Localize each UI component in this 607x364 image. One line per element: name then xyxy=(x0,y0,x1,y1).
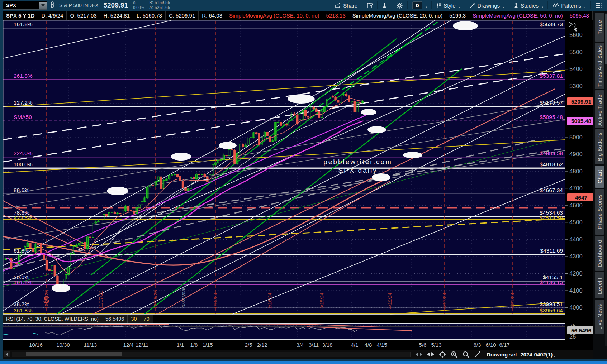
zoom-in-button[interactable] xyxy=(451,351,457,358)
sidebar-tab-times-and-sales[interactable]: Times And Sales xyxy=(595,43,604,89)
timeframe-button[interactable]: D xyxy=(409,0,430,11)
price-axis[interactable]: 5600550054005300500049004800470046004500… xyxy=(565,32,596,311)
svg-text:61.8%: 61.8% xyxy=(14,248,29,254)
rsi-header-bar: RSI (14, 70, 30, CLOSE, WILDERS, no) 56.… xyxy=(3,315,596,323)
x-axis-label: 4/15 xyxy=(369,342,394,348)
bid-ask-stack: B: 5159.55 A: 5261.65 xyxy=(149,0,170,10)
bid-value: B: 5159.55 xyxy=(149,0,170,5)
symbol-dropdown-button[interactable] xyxy=(39,2,47,9)
ask-value: A: 5261.65 xyxy=(149,5,170,10)
window-bottom-accent xyxy=(0,361,607,364)
svg-text:$4883.58: $4883.58 xyxy=(540,150,563,156)
ohlc-cell: L: 5160.78 xyxy=(133,11,166,20)
trendline-tool-icon xyxy=(474,351,481,358)
settings-button[interactable] xyxy=(393,0,406,11)
svg-text:361.8%: 361.8% xyxy=(14,307,33,313)
svg-text:$5179.57: $5179.57 xyxy=(540,100,563,106)
ohlc-cell: O: 5217.03 xyxy=(67,11,100,20)
pan-tool-button[interactable] xyxy=(427,352,434,356)
reset-view-button[interactable] xyxy=(439,351,446,358)
chart-scrollbar[interactable] xyxy=(12,352,411,357)
pencil-icon xyxy=(470,3,475,8)
sidebar-tab-dashboard[interactable]: Dashboard xyxy=(595,236,604,271)
chart-area[interactable]: 10/20/2311/17/2312/15/231/19/242/16/243/… xyxy=(3,20,596,315)
sidebar-tab-trade[interactable]: Trade xyxy=(595,13,604,42)
svg-text:$4818.62: $4818.62 xyxy=(540,161,563,167)
dropdown-corner-icon xyxy=(554,355,555,357)
last-price: 5209.91 xyxy=(103,1,128,9)
rsi-overbought-value: 70 xyxy=(140,315,153,323)
sidebar-tab-chart[interactable]: Chart xyxy=(595,166,604,188)
style-button[interactable]: Style xyxy=(433,0,463,11)
svg-text:4400: 4400 xyxy=(569,236,583,243)
symbol-input[interactable]: SPX xyxy=(3,1,47,10)
svg-text:4647: 4647 xyxy=(575,195,587,201)
pointer-mode-icon[interactable] xyxy=(569,22,578,32)
rsi-pane[interactable]: 752556.5496 xyxy=(3,323,596,340)
price-chart-canvas[interactable]: 10/20/2311/17/2312/15/231/19/242/16/243/… xyxy=(3,20,596,315)
x-axis-label: 11/13 xyxy=(78,342,103,348)
svg-text:$3956.64: $3956.64 xyxy=(540,307,563,313)
ohlc-cell: SimpleMovingAvg (CLOSE, 20, 0, no) xyxy=(349,11,446,20)
svg-text:224.0%: 224.0% xyxy=(14,150,33,156)
step-arrows[interactable] xyxy=(416,353,422,356)
zoom-out-icon xyxy=(463,351,469,358)
dropdown-corner-icon xyxy=(541,6,543,8)
scrollbar-thumb[interactable] xyxy=(26,352,122,356)
svg-text:4000: 4000 xyxy=(569,304,583,311)
svg-text:100.0%: 100.0% xyxy=(14,161,33,167)
sidebar-tab-phase-scores[interactable]: Phase Scores xyxy=(595,189,604,235)
quick-study-button[interactable] xyxy=(379,0,390,11)
ohlc-cell: D: 4/9/24 xyxy=(38,11,67,20)
x-axis-label: 10/16 xyxy=(23,342,48,348)
x-axis-label: 6/17 xyxy=(492,342,517,348)
s-text-marker: S xyxy=(43,294,49,305)
svg-text:5500: 5500 xyxy=(569,49,583,55)
sidebar-tab-live-news[interactable]: Live News xyxy=(595,300,604,334)
sidebar-scrollbar-thumb[interactable] xyxy=(605,14,607,64)
drawing-set-selector[interactable]: Drawing set: 2024-0402(1) xyxy=(487,351,553,358)
share-icon xyxy=(335,3,341,8)
svg-text:56.5496: 56.5496 xyxy=(571,327,591,334)
share-button[interactable]: Share xyxy=(332,0,361,11)
svg-text:5600: 5600 xyxy=(569,32,583,38)
ohlc-cell: SPX 5 Y 1D xyxy=(3,11,38,20)
rsi-canvas[interactable]: 752556.5496 xyxy=(3,323,596,340)
svg-text:4800: 4800 xyxy=(569,168,583,174)
flask-icon xyxy=(382,3,387,8)
hamburger-menu-icon xyxy=(595,3,602,8)
sidebar-tab-big-buttons[interactable]: Big Buttons xyxy=(595,129,604,164)
svg-text:$4518.58: $4518.58 xyxy=(540,215,563,221)
svg-text:6/21/24: 6/21/24 xyxy=(510,292,515,309)
scroll-left-button[interactable] xyxy=(4,351,10,357)
svg-text:5300: 5300 xyxy=(569,83,583,89)
dropdown-corner-icon xyxy=(502,6,504,8)
sidebar-tab-level-ii[interactable]: Level II xyxy=(595,272,604,298)
company-name: S & P 500 INDEX xyxy=(59,3,98,8)
sidebar-scrollbar[interactable] xyxy=(605,13,607,346)
svg-text:$4667.34: $4667.34 xyxy=(540,187,563,193)
svg-text:SMA50: SMA50 xyxy=(14,114,32,120)
pan-icon xyxy=(427,352,434,356)
sidebar-tab-active-trader[interactable]: Active Trader xyxy=(595,90,604,128)
zoom-out-button[interactable] xyxy=(463,351,469,358)
change-percent: 0.00% xyxy=(133,5,144,10)
studies-button[interactable]: Studies xyxy=(511,0,546,11)
plot-background xyxy=(3,20,565,315)
svg-text:4200: 4200 xyxy=(569,270,583,277)
chart-menu-button[interactable] xyxy=(592,0,605,11)
line-tool-button[interactable] xyxy=(474,351,481,358)
drawings-button[interactable]: Drawings xyxy=(466,0,508,11)
svg-text:127.2%: 127.2% xyxy=(14,100,33,106)
gear-icon xyxy=(397,3,403,9)
alerts-button[interactable] xyxy=(364,0,376,11)
trading-platform-window: SPX S & P 500 INDEX 5209.91 0 0.00% B: 5… xyxy=(0,0,607,364)
timeframe-value: D xyxy=(412,1,422,9)
rsi-study-label[interactable]: RSI (14, 70, 30, CLOSE, WILDERS, no) xyxy=(3,315,102,323)
change-value: 0 xyxy=(133,1,144,5)
patterns-button[interactable]: Patterns xyxy=(549,0,589,11)
rsi-oversold-value: 30 xyxy=(128,315,140,323)
symbol-link-icon[interactable] xyxy=(50,1,55,9)
svg-text:$5638.73: $5638.73 xyxy=(540,21,563,27)
dropdown-corner-icon xyxy=(458,6,460,8)
